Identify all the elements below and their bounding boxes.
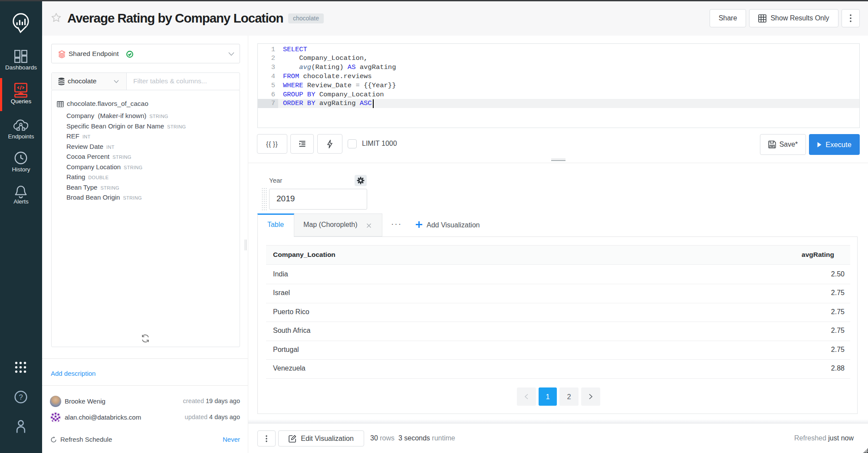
svg-text:?: ? [19,393,23,401]
